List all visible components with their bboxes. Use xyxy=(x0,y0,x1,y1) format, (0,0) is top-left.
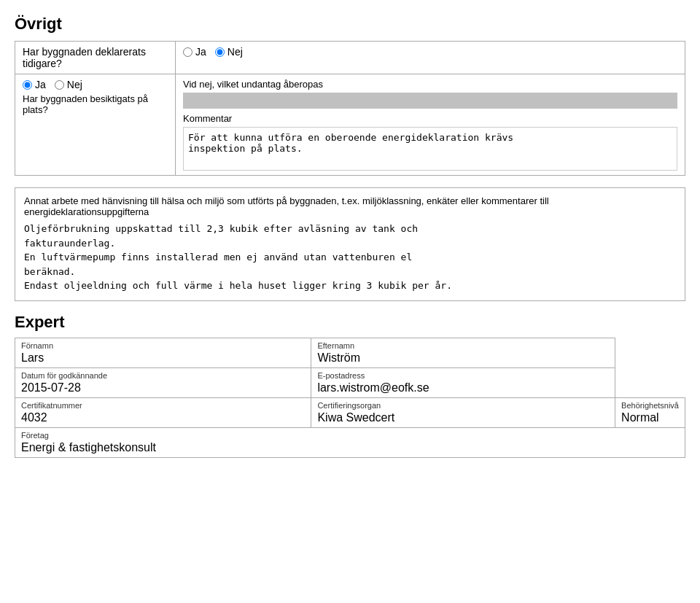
deklarerat-radio-group: Ja Nej xyxy=(183,46,677,58)
row-besiktigats: Ja Nej Har byggnaden besiktigats på plat… xyxy=(15,74,685,176)
cert-label: Certifikatnummer xyxy=(21,401,305,410)
behorighet-value: Normal xyxy=(621,411,679,424)
undantag-sub-label: Vid nej, vilket undantag åberopas xyxy=(183,79,677,90)
expert-section: Expert Förnamn Lars Efternamn Wiström Da… xyxy=(15,313,685,458)
epost-cell: E-postadress lars.wistrom@eofk.se xyxy=(311,367,615,397)
fornamn-label: Förnamn xyxy=(21,341,305,350)
besiktigats-ja-label[interactable]: Ja xyxy=(23,79,46,90)
efternamn-cell: Efternamn Wiström xyxy=(311,338,615,367)
deklarerat-ja-text: Ja xyxy=(195,46,206,58)
annat-section: Annat arbete med hänvisning till hälsa o… xyxy=(15,187,685,301)
foretag-cell: Företag Energi & fastighetskonsult xyxy=(15,427,685,457)
deklarerat-nej-label[interactable]: Nej xyxy=(215,46,243,58)
fornamn-value: Lars xyxy=(21,351,305,365)
besiktigats-nej-text: Nej xyxy=(67,79,82,90)
deklarerat-nej-radio[interactable] xyxy=(215,47,225,57)
besiktigats-radio-group: Ja Nej xyxy=(23,79,168,90)
certorg-value: Kiwa Swedcert xyxy=(317,411,609,424)
cert-cell: Certifikatnummer 4032 xyxy=(15,397,311,427)
expert-row-name: Förnamn Lars Efternamn Wiström xyxy=(15,338,685,367)
fornamn-cell: Förnamn Lars xyxy=(15,338,311,367)
besiktigats-ja-text: Ja xyxy=(35,79,46,90)
datum-label: Datum för godkännande xyxy=(21,371,305,380)
deklarerat-ja-radio[interactable] xyxy=(183,47,192,57)
foretag-value: Energi & fastighetskonsult xyxy=(21,441,679,454)
deklarerat-nej-text: Nej xyxy=(228,46,243,58)
expert-row-foretag: Företag Energi & fastighetskonsult xyxy=(15,427,685,457)
behorighet-label: Behörighetsnivå xyxy=(621,401,679,410)
row-deklarerat: Har byggnaden deklarerats tidigare? Ja N… xyxy=(15,42,685,74)
efternamn-value: Wiström xyxy=(317,351,609,365)
besiktigats-ja-radio[interactable] xyxy=(23,80,32,90)
annat-label: Annat arbete med hänvisning till hälsa o… xyxy=(24,195,676,217)
section-title: Övrigt xyxy=(15,15,685,34)
besiktigats-label-cell: Ja Nej Har byggnaden besiktigats på plat… xyxy=(15,74,176,176)
besiktigats-nej-radio[interactable] xyxy=(55,80,64,90)
comment-label: Kommentar xyxy=(183,113,677,124)
grey-bar xyxy=(183,93,677,109)
annat-content: Oljeförbrukning uppskattad till 2,3 kubi… xyxy=(24,222,676,293)
datum-cell: Datum för godkännande 2015-07-28 xyxy=(15,367,311,397)
foretag-label: Företag xyxy=(21,431,679,440)
certorg-cell: Certifieringsorgan Kiwa Swedcert xyxy=(311,397,615,427)
behorighet-cell: Behörighetsnivå Normal xyxy=(615,397,685,427)
deklarerat-answer-cell: Ja Nej xyxy=(176,42,685,74)
epost-value: lars.wistrom@eofk.se xyxy=(317,381,609,394)
epost-label: E-postadress xyxy=(317,371,609,380)
deklarerat-label-cell: Har byggnaden deklarerats tidigare? xyxy=(15,42,176,74)
expert-table: Förnamn Lars Efternamn Wiström Datum för… xyxy=(15,338,685,458)
datum-value: 2015-07-28 xyxy=(21,381,305,394)
besiktigats-main-label: Har byggnaden besiktigats på plats? xyxy=(23,93,168,115)
expert-title: Expert xyxy=(15,313,685,332)
deklarerat-label: Har byggnaden deklarerats tidigare? xyxy=(23,46,146,69)
expert-row-datum: Datum för godkännande 2015-07-28 E-posta… xyxy=(15,367,685,397)
expert-row-cert: Certifikatnummer 4032 Certifieringsorgan… xyxy=(15,397,685,427)
besiktigats-answer-cell: Vid nej, vilket undantag åberopas Kommen… xyxy=(176,74,685,176)
cert-value: 4032 xyxy=(21,411,305,424)
efternamn-label: Efternamn xyxy=(317,341,609,350)
besiktigats-nej-label[interactable]: Nej xyxy=(55,79,82,90)
deklarerat-ja-label[interactable]: Ja xyxy=(183,46,206,58)
ovrigt-top-table: Har byggnaden deklarerats tidigare? Ja N… xyxy=(15,41,685,176)
comment-box: För att kunna utföra en oberoende energi… xyxy=(183,127,677,171)
certorg-label: Certifieringsorgan xyxy=(317,401,609,410)
